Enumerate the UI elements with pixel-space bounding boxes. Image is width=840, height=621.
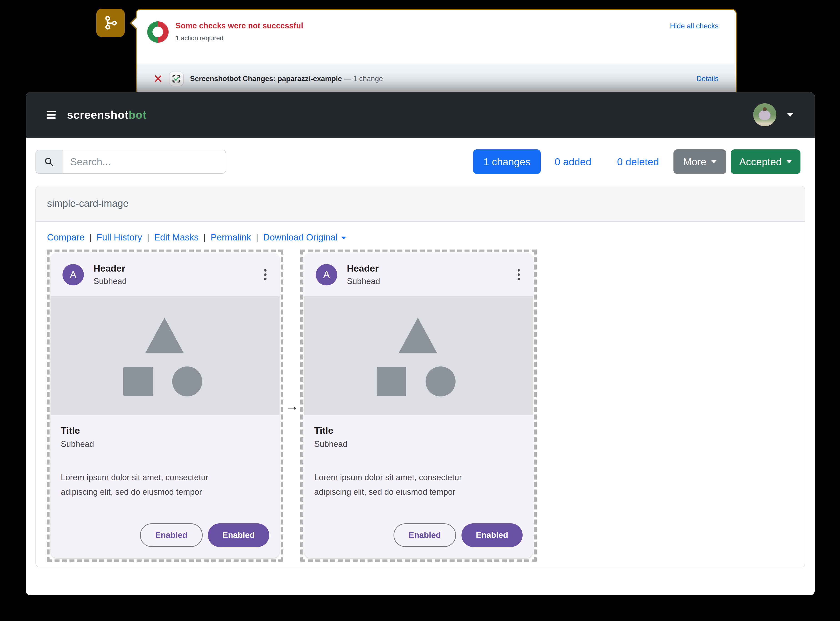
- check-item-suffix: — 1 change: [344, 74, 383, 83]
- brand-logo[interactable]: screenshotbot: [67, 108, 147, 121]
- user-avatar[interactable]: [753, 103, 776, 126]
- triangle-shape: [399, 318, 437, 353]
- more-button-label: More: [683, 156, 706, 168]
- search-icon: [44, 157, 54, 167]
- screen-canvas: Some checks were not successful 1 action…: [0, 0, 840, 621]
- check-item-text: Screenshotbot Changes: paparazzi-example…: [190, 74, 383, 83]
- deleted-link[interactable]: 0 deleted: [617, 156, 659, 168]
- search-icon-box: [35, 150, 62, 174]
- link-separator: |: [147, 232, 149, 242]
- rendered-card: A Header Subhead: [51, 253, 279, 558]
- caret-down-icon: [341, 236, 346, 239]
- user-menu-caret-icon[interactable]: [787, 113, 793, 117]
- card-media-placeholder: [51, 296, 279, 415]
- report-card-header: simple-card-image: [36, 186, 805, 222]
- ci-app-badge[interactable]: [96, 9, 125, 37]
- action-links-row: Compare | Full History | Edit Masks | Pe…: [47, 232, 793, 242]
- card-subhead: Subhead: [61, 439, 269, 449]
- git-branch-icon: [103, 15, 119, 31]
- card-body-text: Lorem ipsum dolor sit amet, consectetur …: [61, 470, 269, 499]
- screenshot-report-card: simple-card-image Compare | Full History…: [35, 186, 805, 567]
- card-media-placeholder: [304, 296, 533, 415]
- checks-status-title: Some checks were not successful: [176, 21, 303, 30]
- caret-down-icon: [711, 160, 717, 163]
- download-original-link[interactable]: Download Original: [263, 232, 346, 242]
- permalink-link[interactable]: Permalink: [211, 232, 251, 242]
- triangle-shape: [146, 318, 184, 353]
- enabled-filled-button: Enabled: [462, 523, 523, 547]
- details-link[interactable]: Details: [696, 74, 718, 83]
- status-ring-icon: [147, 21, 169, 43]
- card-header-text: Header: [93, 263, 126, 274]
- accepted-button-label: Accepted: [739, 156, 782, 168]
- menu-hamburger-icon[interactable]: [47, 109, 56, 121]
- rendered-card: A Header Subhead: [304, 253, 533, 558]
- edit-masks-link[interactable]: Edit Masks: [154, 232, 199, 242]
- link-separator: |: [89, 232, 91, 242]
- toolbar: 1 changes 0 added 0 deleted More Accepte…: [26, 138, 815, 186]
- card-header-subhead: Subhead: [93, 277, 126, 286]
- enabled-outlined-button: Enabled: [393, 523, 456, 547]
- hide-all-checks-link[interactable]: Hide all checks: [670, 22, 718, 30]
- square-shape: [377, 367, 407, 396]
- added-link[interactable]: 0 added: [554, 156, 591, 168]
- screenshot-name-title: simple-card-image: [47, 198, 129, 209]
- change-arrow: →: [283, 398, 300, 414]
- card-avatar: A: [316, 264, 337, 285]
- app-navbar: screenshotbot: [26, 92, 815, 138]
- screenshotbot-check-icon: [169, 71, 184, 86]
- accepted-dropdown-button[interactable]: Accepted: [731, 149, 801, 174]
- card-header-text: Header: [347, 263, 380, 274]
- card-header-subhead: Subhead: [347, 277, 380, 286]
- search-input[interactable]: [62, 150, 226, 174]
- checks-panel: Some checks were not successful 1 action…: [136, 9, 737, 100]
- enabled-filled-button: Enabled: [208, 523, 269, 547]
- card-subhead: Subhead: [314, 439, 523, 449]
- card-title: Title: [314, 425, 523, 436]
- comparison-row: A Header Subhead: [47, 250, 793, 562]
- checks-summary-row: Some checks were not successful 1 action…: [137, 10, 736, 43]
- more-dropdown-button[interactable]: More: [673, 149, 726, 174]
- card-avatar: A: [62, 264, 84, 285]
- kebab-menu-icon: [518, 268, 520, 281]
- full-history-link[interactable]: Full History: [97, 232, 142, 242]
- kebab-menu-icon: [264, 268, 266, 281]
- card-title: Title: [61, 425, 269, 436]
- link-separator: |: [256, 232, 258, 242]
- card-body-text: Lorem ipsum dolor sit amet, consectetur …: [314, 470, 523, 499]
- failed-x-icon: [154, 75, 162, 83]
- enabled-outlined-button: Enabled: [140, 523, 202, 547]
- app-window: screenshotbot 1 changes 0 added 0 de: [26, 92, 815, 595]
- screenshot-after[interactable]: A Header Subhead: [300, 250, 537, 562]
- brand-primary-text: screenshot: [67, 109, 129, 121]
- checks-status-subtitle: 1 action required: [176, 34, 303, 42]
- brand-accent-text: bot: [129, 109, 147, 121]
- square-shape: [123, 367, 153, 396]
- link-separator: |: [204, 232, 206, 242]
- circle-shape: [172, 367, 202, 397]
- compare-link[interactable]: Compare: [47, 232, 85, 242]
- report-card-body: Compare | Full History | Edit Masks | Pe…: [36, 222, 805, 573]
- check-item-name: Screenshotbot Changes: paparazzi-example: [190, 74, 342, 83]
- changes-button[interactable]: 1 changes: [473, 149, 541, 174]
- circle-shape: [425, 367, 456, 397]
- screenshot-before[interactable]: A Header Subhead: [47, 250, 283, 562]
- caret-down-icon: [786, 160, 792, 163]
- search-group: [35, 150, 226, 174]
